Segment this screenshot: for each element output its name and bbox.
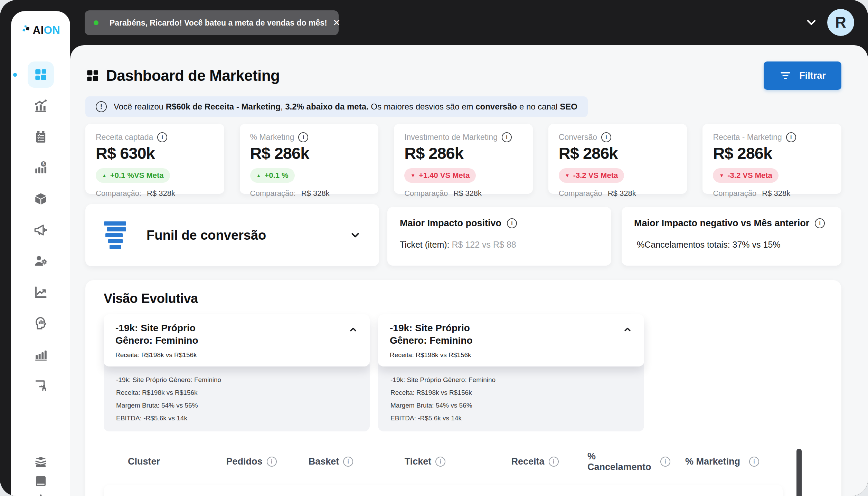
impact-positive-metric: Ticket (item): R$ 122 vs R$ 88 [400, 240, 599, 250]
kpi-card-investimento: Investimento de Marketingi R$ 286k +1.40… [394, 124, 533, 194]
info-icon[interactable]: i [267, 457, 277, 467]
sidebar-item-settings[interactable] [33, 493, 48, 496]
kpi-card-pct-marketing: % Marketingi R$ 286k +0.1 % Comparação:R… [240, 124, 379, 194]
sidebar-nav: $ [11, 67, 70, 393]
page-header: Dashboard de Marketing Filtrar [85, 61, 841, 90]
impact-positive-card: Maior Impacto positivoi Ticket (item): R… [387, 207, 611, 266]
head-chart-icon [34, 316, 48, 331]
presentation-icon [34, 378, 48, 393]
impact-negative-metric: %Cancelamentos totais: 37% vs 15% [637, 240, 829, 250]
user-menu: R [804, 9, 854, 36]
package-box-icon [34, 192, 48, 206]
toast-message: Parabéns, Ricardo! Você bateu a meta de … [110, 18, 327, 28]
impact-negative-card: Maior Impacto negativo vs Mês anteriori … [622, 207, 841, 266]
kpi-value: R$ 286k [713, 144, 831, 163]
filter-button[interactable]: Filtrar [764, 61, 841, 90]
page-title-wrap: Dashboard de Marketing [85, 67, 280, 84]
online-dot-icon [94, 20, 98, 25]
chevron-down-icon[interactable] [349, 229, 361, 241]
kpi-card-receita-marketing: Receita - Marketingi R$ 286k -3.2 VS Met… [702, 124, 841, 194]
evolution-row: -19k: Site Próprio Gênero: Feminino Rece… [104, 314, 823, 431]
chevron-down-icon[interactable] [804, 16, 818, 29]
column-header-ticket: Ticketi [373, 456, 477, 467]
kpi-delta-badge: +1.40 VS Meta [404, 168, 476, 183]
sidebar-item-library[interactable] [33, 474, 48, 489]
info-icon[interactable]: i [507, 218, 517, 228]
kpi-label: Investimento de Marketing [404, 133, 498, 142]
sidebar-item-training[interactable] [33, 378, 48, 393]
revenue-bars-icon: $ [34, 161, 48, 175]
clipboard-checklist-icon [34, 130, 48, 144]
app-window: Parabéns, Ricardo! Você bateu a meta de … [0, 0, 868, 496]
conversion-funnel-card[interactable]: Funil de conversão [85, 204, 379, 266]
sidebar-item-revenue[interactable]: $ [33, 160, 48, 175]
column-header-cancelamento: % Cancelamentoi [587, 451, 670, 473]
sidebar-item-archive[interactable] [33, 454, 48, 469]
info-icon[interactable]: i [343, 457, 353, 467]
kpi-comparison: ComparaçãoR$ 328k [404, 189, 522, 198]
sidebar-item-marketing[interactable] [33, 222, 48, 238]
chevron-up-icon[interactable] [348, 325, 358, 334]
column-header-basket: Basketi [289, 456, 373, 467]
info-icon[interactable]: i [786, 132, 796, 142]
column-header-cluster: Cluster [104, 456, 214, 467]
sidebar-item-dashboard[interactable] [33, 67, 48, 82]
info-icon[interactable]: i [815, 218, 825, 228]
kpi-comparison: Comparação:R$ 328k [250, 189, 368, 198]
alert-icon: ! [96, 101, 107, 112]
info-icon[interactable]: i [660, 457, 670, 467]
evolution-section-card: Visão Evolutiva -19k: Site Próprio Gêner… [85, 280, 841, 496]
active-indicator-dot [13, 73, 17, 77]
logo-cubes-icon [21, 23, 31, 33]
main-content: Dashboard de Marketing Filtrar ! Você re… [70, 45, 868, 496]
user-gear-icon [34, 254, 48, 268]
kpi-comparison: ComparaçãoR$ 328k [713, 189, 831, 198]
gear-icon [34, 493, 48, 496]
stacked-trays-icon [34, 455, 48, 469]
arrow-up-icon [102, 173, 107, 178]
sidebar-item-trends[interactable] [33, 285, 48, 300]
brand-logo: AION [11, 24, 70, 37]
bar-chart-ascending-icon [34, 347, 48, 362]
sidebar-item-reports[interactable] [33, 129, 48, 144]
sidebar-nav-secondary [11, 454, 70, 496]
chevron-up-icon[interactable] [623, 325, 632, 334]
filter-icon [779, 69, 792, 82]
kpi-delta-badge: -3.2 VS Meta [713, 168, 778, 183]
evolution-card-header[interactable]: -19k: Site Próprio Gênero: Feminino Rece… [378, 314, 644, 366]
kpi-value: R$ 286k [559, 144, 677, 163]
evolution-title: Visão Evolutiva [104, 291, 823, 306]
evolution-card-header[interactable]: -19k: Site Próprio Gênero: Feminino Rece… [104, 314, 370, 366]
dashboard-title-icon [85, 68, 100, 83]
info-icon[interactable]: i [502, 132, 512, 142]
dashboard-grid-icon [34, 67, 48, 82]
sidebar-item-performance[interactable] [33, 347, 48, 362]
close-icon[interactable]: ✕ [333, 18, 341, 28]
kpi-comparison: ComparaçãoR$ 328k [559, 189, 677, 198]
info-icon[interactable]: i [298, 132, 308, 142]
info-icon[interactable]: i [435, 457, 445, 467]
achievement-toast: Parabéns, Ricardo! Você bateu a meta de … [85, 10, 339, 35]
kpi-value: R$ 286k [250, 144, 368, 163]
kpi-card-receita-captada: Receita captadai R$ 630k +0.1 %VS Meta C… [85, 124, 224, 194]
sidebar-item-insights[interactable] [33, 316, 48, 331]
kpi-label: Receita captada [96, 133, 153, 142]
column-header-pedidos: Pedidosi [214, 456, 289, 467]
info-icon[interactable]: i [749, 457, 759, 467]
avatar[interactable]: R [827, 9, 854, 36]
info-icon[interactable]: i [549, 457, 559, 467]
info-icon[interactable]: i [601, 132, 611, 142]
info-icon[interactable]: i [157, 132, 167, 142]
impact-positive-title: Maior Impacto positivoi [400, 218, 599, 229]
evolution-card-summary: Receita: R$198k vs R$156k [390, 351, 632, 359]
column-header-marketing: % Marketingi [670, 456, 774, 467]
kpi-card-row: Receita captadai R$ 630k +0.1 %VS Meta C… [85, 124, 841, 194]
sidebar-item-customers[interactable] [33, 254, 48, 269]
kpi-delta-badge: +0.1 % [250, 168, 295, 183]
page-title: Dashboard de Marketing [106, 67, 280, 84]
table-row-marketplace[interactable]: Marketplace 1k +0.1k 2.8 0.3 170 -10 [104, 485, 783, 496]
sidebar-item-products[interactable] [33, 191, 48, 207]
sidebar-item-analytics[interactable] [33, 98, 48, 113]
table-scrollbar[interactable] [796, 449, 802, 496]
arrow-down-icon [719, 173, 724, 178]
